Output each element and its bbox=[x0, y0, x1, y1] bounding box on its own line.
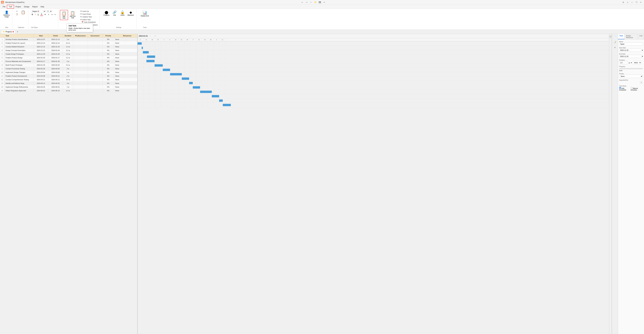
collapse-ribbon-button[interactable]: ∧ bbox=[626, 1, 630, 4]
table-row[interactable]: 4 Design Concept Generation 2023-12-21 2… bbox=[0, 49, 137, 52]
chart-zoom-out-button[interactable]: − bbox=[148, 35, 152, 38]
priority-select[interactable]: None bbox=[619, 75, 643, 78]
unlink-button[interactable]: 🔓 Unlink bbox=[119, 10, 126, 17]
table-row[interactable]: 3 Conduct Market Research 2023-12-14 202… bbox=[0, 45, 137, 49]
chart-zoom-in-button[interactable]: + bbox=[153, 35, 157, 38]
resource-usage-button[interactable]: 👤 ResourceUsage bbox=[3, 10, 10, 18]
collapse-panel-button[interactable]: » bbox=[609, 35, 612, 38]
copy-button[interactable]: 📋 bbox=[15, 13, 19, 16]
manual-scheduled-radio[interactable] bbox=[631, 87, 632, 89]
table-row[interactable]: 15 Obtain Regulatory Approvals 2024-05-0… bbox=[0, 89, 137, 93]
auto-scheduled-radio[interactable] bbox=[619, 87, 621, 89]
duration-input[interactable] bbox=[619, 61, 628, 64]
menu-task[interactable]: Task bbox=[7, 5, 14, 9]
progress-button[interactable]: ⬤ Progress bbox=[103, 10, 110, 17]
align-button[interactable]: ≡ bbox=[47, 13, 50, 16]
menu-file[interactable]: File bbox=[1, 5, 7, 8]
highlight-button[interactable]: ▼ bbox=[44, 13, 47, 16]
settings-button[interactable]: ⚙ bbox=[621, 1, 625, 4]
table-row[interactable]: 7 Procure Materials and Components 2024-… bbox=[0, 60, 137, 63]
display-level-button[interactable]: 📊 Display level bbox=[140, 10, 150, 17]
panel-tab-assign-resource[interactable]: Assign Resource bbox=[624, 34, 638, 39]
gantt-bar[interactable] bbox=[143, 51, 149, 54]
minimize-button[interactable]: — bbox=[630, 1, 634, 4]
undo-button[interactable]: ↩ bbox=[300, 1, 304, 4]
gantt-bar[interactable] bbox=[138, 42, 142, 45]
close-button[interactable]: ✕ bbox=[639, 1, 643, 4]
gantt-bar[interactable] bbox=[219, 99, 223, 102]
gantt-bar[interactable] bbox=[146, 60, 154, 62]
outdent-task-button[interactable]: ⬅ Outdent Task bbox=[80, 16, 93, 18]
add-sub-task-button[interactable]: 📋 Add SubTask bbox=[69, 10, 76, 20]
table-row[interactable]: 9 Conduct Functional Testing 2024-02-20 … bbox=[0, 67, 137, 71]
bold-button[interactable]: B bbox=[31, 13, 34, 16]
table-row[interactable]: 14 Implement Design Refinements 2024-04-… bbox=[0, 85, 137, 89]
panel-format-icon[interactable]: ≡ bbox=[613, 45, 617, 50]
table-row[interactable]: 1 Develop Product Specifications 2023-12… bbox=[0, 38, 137, 41]
gantt-bar[interactable] bbox=[193, 86, 200, 89]
table-row[interactable]: 6 Finalize Product Design 2024-01-03 202… bbox=[0, 56, 137, 60]
project1-tab[interactable]: 📁 Project1 bbox=[1, 30, 15, 33]
indent-task-button[interactable]: ➡ Indent Task bbox=[80, 18, 93, 21]
italic-button[interactable]: I bbox=[34, 13, 36, 16]
progress-bar[interactable] bbox=[619, 68, 643, 69]
open-button[interactable]: 📁 bbox=[313, 1, 318, 4]
redo-button[interactable]: ↪ bbox=[304, 1, 309, 4]
gantt-bar[interactable] bbox=[223, 104, 231, 106]
panel-doc-icon[interactable]: 📄 bbox=[613, 35, 617, 39]
insert-up-button[interactable]: ⬆ Insert Up bbox=[80, 10, 93, 13]
menu-project[interactable]: Project bbox=[14, 5, 22, 8]
menu-help[interactable]: Help bbox=[39, 5, 46, 8]
gantt-bar[interactable] bbox=[163, 69, 170, 71]
name-input[interactable] bbox=[619, 43, 643, 46]
add-tab-button[interactable]: + bbox=[16, 30, 19, 33]
restore-button[interactable]: ❐ bbox=[634, 1, 638, 4]
duration-spin-up[interactable]: ▲ bbox=[628, 62, 630, 64]
underline-button[interactable]: U bbox=[37, 13, 40, 16]
table-row[interactable]: 12 Conduct Comprehensive Testing 2024-03… bbox=[0, 78, 137, 82]
gantt-bar[interactable] bbox=[154, 64, 163, 67]
start-date-dropdown[interactable]: ▾ bbox=[642, 49, 643, 51]
gantt-bar[interactable] bbox=[182, 78, 189, 80]
auto-scheduled-button[interactable]: 📅 Auto Scheduled bbox=[81, 21, 98, 23]
table-row[interactable]: 13 Identify and Address Bugs 2024-04-12 … bbox=[0, 82, 137, 85]
font-family-select[interactable]: Segoe UI bbox=[31, 10, 46, 13]
milestone-button[interactable]: ◆ Milestone bbox=[127, 10, 135, 17]
table-row[interactable]: 2 Finalize Product for Launch 2023-12-13… bbox=[0, 41, 137, 45]
outdent-button[interactable]: ⇤ bbox=[54, 13, 57, 16]
font-color-button[interactable]: A bbox=[40, 13, 43, 16]
panel-tab-task[interactable]: Task bbox=[618, 34, 624, 39]
duration-spin-down[interactable]: ▼ bbox=[630, 62, 632, 64]
duration-unit-select[interactable]: Work... bbox=[632, 61, 641, 64]
new-tab-button[interactable]: + bbox=[309, 1, 313, 4]
paste-button[interactable]: 📋 bbox=[20, 10, 27, 15]
auto-scheduled-option[interactable]: Auto Scheduled bbox=[619, 87, 630, 91]
cut-button[interactable]: ✂ bbox=[15, 10, 19, 13]
menu-design[interactable]: Design bbox=[22, 5, 31, 8]
more-button[interactable]: ▾ bbox=[322, 1, 326, 4]
add-task-button[interactable]: 📋 AddTask bbox=[60, 10, 68, 20]
end-date-dropdown[interactable]: ▾ bbox=[642, 55, 643, 57]
insert-down-button[interactable]: ⬇ Insert Down bbox=[80, 13, 93, 15]
panel-tab-link[interactable]: Link bbox=[638, 34, 644, 39]
hyperlink-button[interactable]: + bbox=[640, 81, 643, 84]
gantt-bar[interactable] bbox=[212, 95, 219, 97]
end-date-input[interactable] bbox=[619, 55, 641, 58]
table-row[interactable]: 5 Create Design Prototypes 2023-12-20 20… bbox=[0, 52, 137, 56]
gantt-bar[interactable] bbox=[189, 82, 193, 84]
gantt-bar[interactable] bbox=[147, 56, 155, 58]
font-size-select[interactable]: 9 bbox=[46, 10, 52, 13]
table-row[interactable]: 10 Implement Design Changes 2024-03-04 2… bbox=[0, 71, 137, 74]
panel-list-icon[interactable]: 📝 bbox=[613, 40, 617, 44]
start-date-input[interactable] bbox=[619, 49, 641, 52]
manual-scheduled-option[interactable]: Manual Schedule... bbox=[631, 87, 643, 91]
link-button[interactable]: 🔗 Link bbox=[111, 10, 118, 17]
gantt-bar[interactable] bbox=[170, 73, 182, 75]
gantt-bar[interactable] bbox=[142, 47, 143, 49]
gantt-bar[interactable] bbox=[200, 91, 212, 93]
save-button[interactable]: 💾 bbox=[318, 1, 322, 4]
indent-button[interactable]: ⇥ bbox=[50, 13, 53, 16]
table-row[interactable]: 11 Finalize Product Development 2024-03-… bbox=[0, 74, 137, 78]
menu-report[interactable]: Report bbox=[31, 5, 39, 8]
table-row[interactable]: 8 Build Product Prototype 2024-01-30 202… bbox=[0, 63, 137, 67]
